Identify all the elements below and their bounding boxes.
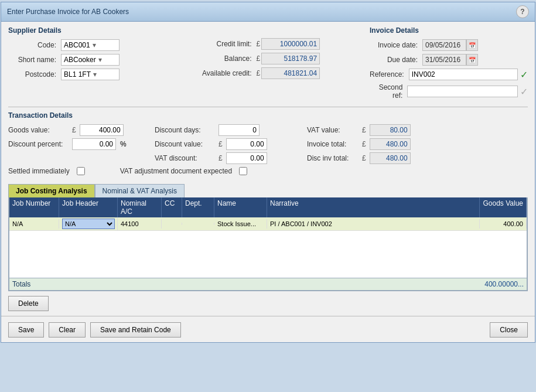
vat-val-label: VAT value: [307, 126, 360, 134]
second-ref-row: Second ref: ✓ [370, 83, 528, 100]
inv-total-pound: £ [362, 140, 367, 148]
balance-label: Balance: [192, 54, 257, 63]
transaction-title: Transaction Details [8, 111, 528, 120]
balance-value: 518178.97 [261, 53, 320, 64]
second-ref-check-icon: ✓ [520, 86, 528, 97]
disc-val-label: Discount value: [155, 140, 216, 148]
invoice-date-row: Invoice date: 09/05/2016 📅 [370, 39, 528, 51]
cell-job-number: N/A [9, 219, 59, 229]
supplier-code-row: Code: ABC001 [8, 39, 180, 51]
disc-pct-label: Discount percent: [8, 140, 70, 148]
available-row: Available credit: £ 481821.04 [192, 67, 364, 79]
cell-narrative: PI / ABC001 / INV002 [267, 219, 480, 229]
disc-days-label: Discount days: [155, 126, 216, 134]
save-button[interactable]: Save [8, 322, 44, 338]
save-retain-button[interactable]: Save and Retain Code [90, 322, 181, 338]
code-label: Code: [8, 41, 61, 49]
shortname-dropdown[interactable]: ABCooker [61, 54, 120, 66]
settled-row: Settled immediately [8, 167, 85, 175]
reference-input[interactable]: INV002 [409, 69, 518, 80]
cell-goods-value: 400.00 [480, 219, 527, 229]
cell-job-header[interactable]: N/A [59, 217, 118, 230]
inv-total-value: 480.00 [370, 138, 411, 150]
invoice-title: Invoice Details [370, 26, 528, 35]
grid-header: Job Number Job Header Nominal A/C CC Dep… [9, 197, 527, 217]
cell-cc [162, 223, 182, 225]
cell-name: Stock Issue... [214, 219, 267, 229]
bottom-buttons: Save Clear Save and Retain Code Close [1, 316, 535, 342]
vat-adj-row: VAT adjustment document expected [120, 167, 247, 175]
goods-input[interactable]: 400.00 [80, 124, 124, 136]
vat-disc-pound: £ [219, 154, 224, 162]
settled-label: Settled immediately [8, 167, 70, 175]
shortname-row: Short name: ABCooker [8, 54, 180, 66]
vat-disc-input[interactable]: 0.00 [226, 152, 267, 164]
cell-dept [182, 223, 214, 225]
disc-inv-label: Disc inv total: [307, 154, 360, 162]
totals-value: 400.00000... [484, 280, 524, 288]
delete-area: Delete [8, 291, 528, 316]
disc-pct-input[interactable]: 0.00 [72, 138, 116, 150]
col-name: Name [214, 197, 267, 217]
second-ref-label: Second ref: [370, 83, 407, 100]
invoice-section: Invoice Details Invoice date: 09/05/2016… [364, 26, 528, 103]
available-pound: £ [257, 69, 262, 77]
reference-row: Reference: INV002 ✓ [370, 69, 528, 80]
totals-label: Totals [12, 280, 30, 288]
postcode-dropdown[interactable]: BL1 1FT [61, 69, 120, 80]
cell-nominal: 44100 [118, 219, 162, 229]
vat-adj-label: VAT adjustment document expected [120, 167, 232, 175]
reference-label: Reference: [370, 70, 409, 79]
transaction-section: Transaction Details Goods value: £ 400.0… [1, 108, 535, 178]
vat-adj-checkbox[interactable] [239, 167, 247, 175]
code-dropdown[interactable]: ABC001 [61, 39, 120, 51]
due-date-row: Due date: 31/05/2016 📅 [370, 54, 528, 66]
invoice-date-label: Invoice date: [370, 41, 422, 49]
disc-inv-value: 480.00 [370, 152, 411, 164]
col-job-header: Job Header [59, 197, 118, 217]
inv-total-label: Invoice total: [307, 140, 360, 148]
help-button[interactable]: ? [516, 5, 529, 18]
goods-label: Goods value: [8, 126, 70, 134]
main-window: Enter Purchase Invoice for AB Cookers ? … [1, 2, 535, 343]
disc-val-pound: £ [219, 140, 224, 148]
close-button[interactable]: Close [490, 322, 528, 338]
pct-unit: % [120, 140, 127, 148]
credit-pound: £ [257, 40, 262, 48]
ref-check-icon: ✓ [520, 69, 528, 80]
col-nominal: Nominal A/C [118, 197, 162, 217]
disc-inv-pound: £ [362, 154, 367, 162]
invoice-date-cal[interactable]: 📅 [466, 39, 478, 51]
clear-button[interactable]: Clear [49, 322, 86, 338]
table-row[interactable]: N/A N/A 44100 Stock Issue... PI / ABC001… [9, 217, 527, 231]
second-ref-input[interactable] [407, 86, 518, 97]
tab-job-costing[interactable]: Job Costing Analysis [8, 184, 95, 197]
invoice-date-field[interactable]: 09/05/2016 [422, 39, 466, 51]
disc-val-input[interactable]: 0.00 [226, 138, 267, 150]
delete-button[interactable]: Delete [8, 296, 49, 311]
shortname-label: Short name: [8, 56, 61, 64]
due-date-label: Due date: [370, 56, 422, 64]
vat-pound: £ [362, 126, 367, 134]
supplier-title: Supplier Details [8, 26, 180, 35]
credit-limit-row: Credit limit: £ 1000000.01 [192, 38, 364, 50]
available-label: Available credit: [192, 69, 257, 77]
grid-totals: Totals 400.00000... [9, 278, 527, 290]
tab-nominal-vat[interactable]: Nominal & VAT Analysis [95, 184, 185, 197]
credit-limit-label: Credit limit: [192, 40, 257, 48]
tab-bar: Job Costing Analysis Nominal & VAT Analy… [8, 184, 528, 197]
due-date-cal[interactable]: 📅 [466, 54, 478, 66]
col-narrative: Narrative [267, 197, 480, 217]
title-bar: Enter Purchase Invoice for AB Cookers ? [1, 2, 535, 22]
disc-days-input[interactable]: 0 [219, 124, 260, 136]
credit-section: Credit limit: £ 1000000.01 Balance: £ 51… [180, 26, 364, 103]
job-header-select[interactable]: N/A [62, 219, 115, 229]
vat-value: 80.00 [370, 124, 411, 136]
due-date-field[interactable]: 31/05/2016 [422, 54, 466, 66]
grid-area: Job Number Job Header Nominal A/C CC Dep… [8, 197, 528, 291]
postcode-row: Postcode: BL1 1FT [8, 69, 180, 80]
settled-checkbox[interactable] [77, 167, 85, 175]
postcode-label: Postcode: [8, 70, 61, 79]
balance-row: Balance: £ 518178.97 [192, 53, 364, 64]
col-dept: Dept. [182, 197, 214, 217]
